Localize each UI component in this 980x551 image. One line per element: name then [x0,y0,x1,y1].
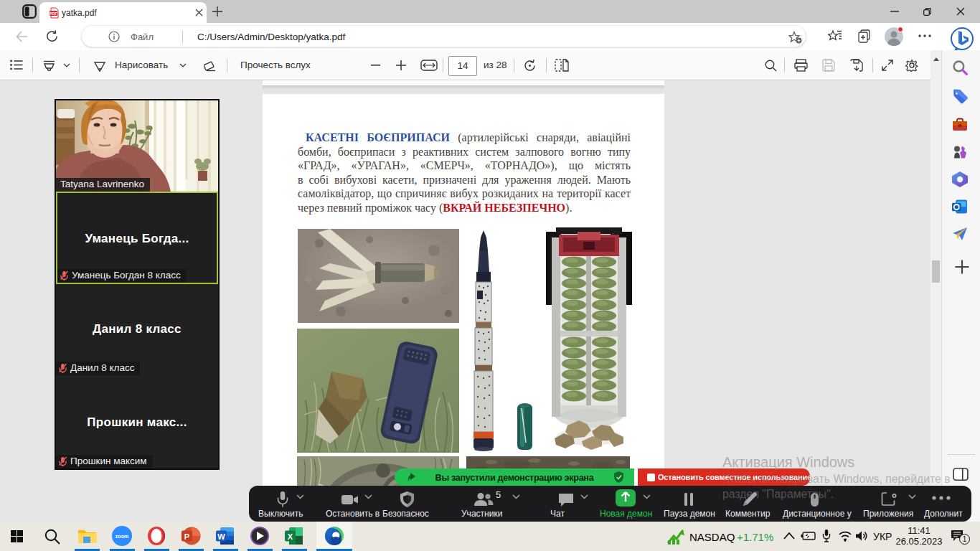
svg-text:W: W [217,532,225,541]
svg-text:zoom: zoom [116,534,128,539]
svg-text:X: X [288,532,293,541]
svg-text:P: P [184,532,189,541]
svg-text:PDF: PDF [50,11,57,16]
